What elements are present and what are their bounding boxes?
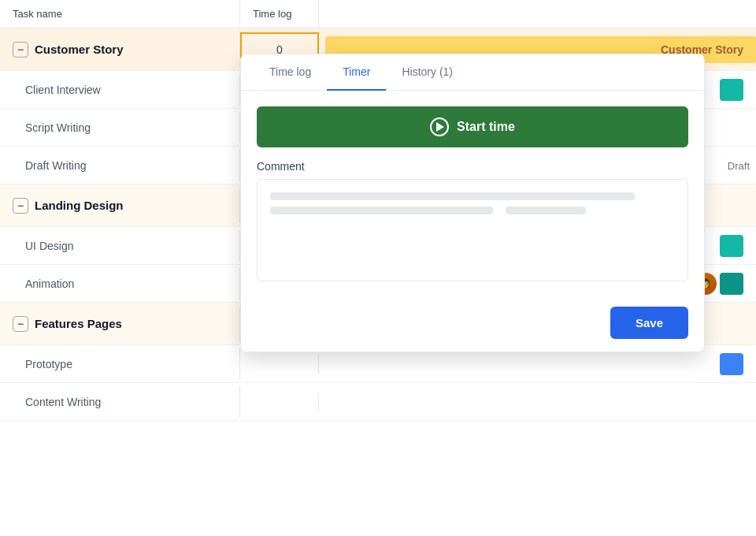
task-label-draft-writing: Draft Writing [0,150,240,181]
placeholder-line [270,192,635,200]
placeholder-row [270,207,675,214]
gantt-bar-ui-design [720,235,743,257]
gantt-cell-prototype [319,355,756,374]
tab-timer[interactable]: Timer [327,54,386,91]
collapse-icon[interactable]: − [13,316,28,332]
popup-footer: Save [241,297,704,352]
time-cell-prototype[interactable] [240,355,319,374]
task-label-script-writing: Script Writing [0,112,240,143]
play-icon [430,117,449,136]
tab-timelog[interactable]: Time log [254,54,327,91]
group-label-customer-story: − Customer Story [0,32,240,67]
collapse-icon[interactable]: − [13,42,28,58]
time-cell-content-writing[interactable] [240,393,319,411]
comment-area[interactable] [257,179,688,281]
play-triangle-icon [436,122,444,132]
gantt-bar-prototype [720,353,743,375]
placeholder-line [506,207,587,214]
placeholder-line [270,207,493,214]
group-label-landing-design: − Landing Design [0,188,240,223]
group-label-features-pages: − Features Pages [0,307,240,341]
header-time-log: Time log [240,0,319,28]
popup-tabs: Time log Timer History (1) [241,54,704,91]
collapse-icon[interactable]: − [13,198,28,214]
table-header: Task name Time log [0,0,756,28]
timer-popup: Time log Timer History (1) Start time Co… [240,54,705,352]
popup-body: Start time Comment [241,91,704,297]
start-time-button[interactable]: Start time [257,106,688,147]
gantt-bar-teal [720,79,743,101]
header-gantt [319,0,756,28]
task-label-content-writing: Content Writing [0,386,240,418]
tab-history[interactable]: History (1) [386,54,469,91]
header-task-name: Task name [0,0,240,28]
save-button[interactable]: Save [610,307,688,339]
gantt-bar-animation [720,273,743,295]
draft-text: Draft [728,159,750,171]
task-label-animation: Animation [0,268,240,300]
comment-label: Comment [257,160,688,173]
task-label-prototype: Prototype [0,348,240,380]
gantt-cell-content-writing [319,393,756,411]
table-row: Content Writing [0,383,756,421]
task-label-client-interview: Client Interview [0,74,240,106]
task-label-ui-design: UI Design [0,230,240,262]
